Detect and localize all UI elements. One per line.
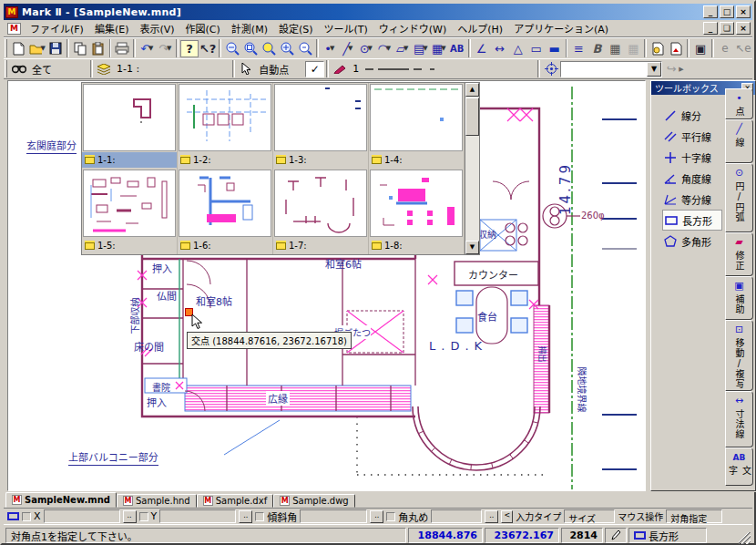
help-icon[interactable]: ? [180, 40, 199, 57]
thumbnail-scrollbar[interactable]: ▲ ▼ [465, 83, 479, 254]
tab-move-copy[interactable]: ⊡移動/複写 [725, 320, 753, 391]
new-file-icon[interactable] [10, 40, 28, 57]
collapse-button[interactable]: < [501, 510, 513, 523]
fillet-more-button[interactable]: .. [485, 510, 498, 523]
point-tool-icon[interactable]: •▼ [321, 40, 339, 57]
slope-checkbox[interactable] [255, 512, 264, 521]
tab-auxiliary[interactable]: ▣補助 [725, 276, 753, 320]
link-icon[interactable]: ↪ [662, 60, 680, 77]
measure-volume-icon[interactable]: ▬ [546, 40, 564, 57]
thumbnail-7[interactable]: 1-7: [273, 169, 369, 254]
menu-view[interactable]: 表示(V) [134, 19, 179, 37]
close-button[interactable]: × [736, 5, 751, 18]
tab-circle-arc[interactable]: ⊙円/円弧 [725, 163, 753, 232]
maximize-button[interactable]: □ [720, 5, 734, 18]
grid-dots-icon[interactable]: ▦ [606, 40, 624, 57]
mdi-restore-button[interactable]: ❏ [720, 22, 734, 35]
toolbar-grip[interactable] [5, 39, 7, 57]
tab-line[interactable]: ╱線 [725, 119, 753, 163]
thumbnail-2[interactable]: 1-2: [178, 83, 273, 169]
scroll-down-icon[interactable]: ▼ [465, 241, 479, 254]
menu-settings[interactable]: 設定(S) [273, 19, 319, 37]
layers-icon[interactable]: ≡ [569, 40, 587, 57]
toolbox-item-rectangle[interactable]: 長方形 [662, 210, 722, 231]
snap-toggle-button[interactable]: ✓ [305, 61, 324, 77]
y-more-button[interactable]: .. [239, 510, 252, 523]
undo-icon[interactable]: ↶▼ [138, 40, 156, 57]
circle-tool-icon[interactable]: ⊙▼ [357, 40, 375, 57]
mdi-minimize-button[interactable]: _ [703, 22, 718, 35]
scroll-up-icon[interactable]: ▲ [465, 83, 479, 97]
chevron-down-icon[interactable]: ▼ [647, 62, 661, 77]
mouse-op-value[interactable]: 対角指定 [666, 509, 722, 523]
menu-draw[interactable]: 作図(C) [180, 19, 226, 37]
context-help-icon[interactable]: ↖? [199, 40, 217, 57]
export-bmp-icon[interactable] [649, 40, 667, 57]
doc-tab-sample-hnd[interactable]: MSample.hnd [117, 494, 197, 508]
thumbnail-4[interactable]: 1-4: [369, 83, 465, 169]
crosshair-icon[interactable] [542, 60, 560, 77]
resize-grip[interactable] [739, 532, 751, 544]
toolbox-item-angle[interactable]: 角度線 [662, 168, 722, 189]
y-checkbox[interactable] [139, 512, 148, 521]
y-input[interactable] [159, 509, 236, 523]
doc-tab-sample-dwg[interactable]: MSample.dwg [273, 494, 355, 508]
layer-icon[interactable] [95, 60, 113, 77]
open-file-icon[interactable]: ▼ [28, 40, 46, 57]
drawing-canvas[interactable]: 玄関庭部分 押入 仏間 和室8帖 和室6帖 床の間 書院 押入 広縁 堀ごたつ … [7, 80, 646, 491]
menu-file[interactable]: ファイル(F) [25, 19, 89, 37]
doc-tab-sample-dxf[interactable]: MSample.dxf [197, 494, 273, 508]
pen-icon[interactable] [331, 60, 349, 77]
scrollbar-thumb[interactable] [465, 98, 479, 136]
toolbox-item-parallel[interactable]: 平行線 [662, 126, 722, 147]
slope-input[interactable] [300, 509, 367, 523]
grid-lines-icon[interactable]: ▦ [624, 40, 642, 57]
pen-number-label[interactable]: 1 [349, 63, 363, 75]
thumbnail-8[interactable]: 1-8: [369, 169, 465, 254]
menu-measure[interactable]: 計測(M) [226, 19, 273, 37]
copy-icon[interactable] [71, 40, 89, 57]
mdi-close-button[interactable]: × [736, 22, 751, 35]
print-icon[interactable] [113, 40, 131, 57]
thumbnail-1[interactable]: 1-1: [82, 83, 178, 169]
x-more-button[interactable]: .. [123, 510, 137, 523]
zoom-out-icon[interactable] [223, 40, 241, 57]
menu-window[interactable]: ウィンドウ(W) [373, 19, 452, 37]
search-icon[interactable] [10, 60, 28, 77]
toolbar-grip[interactable] [5, 60, 7, 77]
e-tool-icon[interactable]: e [716, 40, 734, 57]
menu-help[interactable]: ヘルプ(H) [452, 19, 508, 37]
measure-angle-icon[interactable]: △ [509, 40, 527, 57]
slope-more-button[interactable]: .. [370, 510, 383, 523]
menu-tools[interactable]: ツール(T) [319, 19, 373, 37]
x-input[interactable] [44, 509, 120, 523]
input-type-value[interactable]: サイズ [564, 509, 615, 523]
tab-modify[interactable]: ▰修正 [725, 232, 753, 276]
toolbox-item-polygon[interactable]: 多角形 [662, 231, 722, 252]
thumbnail-3[interactable]: 1-3: [273, 83, 369, 169]
thumbnail-5[interactable]: 1-5: [82, 169, 178, 254]
toolbox-item-bisector[interactable]: 等分線 [662, 189, 722, 210]
zoom-previous-icon[interactable] [296, 40, 314, 57]
measure-length-icon[interactable]: ∠ [473, 40, 491, 57]
zoom-window-icon[interactable] [241, 40, 260, 57]
measure-distance-icon[interactable]: ↔ [491, 40, 509, 57]
toolbox-item-cross[interactable]: 十字線 [662, 147, 722, 168]
polyline-tool-icon[interactable]: ▤▼ [412, 40, 430, 57]
snap-mode-label[interactable]: 自動点 [255, 62, 292, 77]
reference-combobox[interactable]: ▼ [560, 61, 662, 77]
tab-text[interactable]: AB文字 [725, 447, 753, 486]
thumbnail-6[interactable]: 1-6: [178, 169, 273, 254]
doc-tab-samplenew-mnd[interactable]: MSampleNew.mnd [5, 492, 117, 508]
zoom-in-icon[interactable] [278, 40, 296, 57]
line-style-sample[interactable] [363, 60, 448, 77]
dialog-icon[interactable]: ▣ [691, 40, 710, 57]
minimize-button[interactable]: _ [703, 5, 718, 18]
hatch-tool-icon[interactable]: ▦▼ [430, 40, 448, 57]
zoom-all-icon[interactable] [260, 40, 278, 57]
e-pointer-icon[interactable]: ↖e [734, 40, 752, 57]
measure-area-icon[interactable]: ▭ [527, 40, 546, 57]
export-pdf-icon[interactable] [667, 40, 685, 57]
arc-tool-icon[interactable]: ◠▼ [375, 40, 393, 57]
redo-icon[interactable]: ↷▼ [156, 40, 174, 57]
